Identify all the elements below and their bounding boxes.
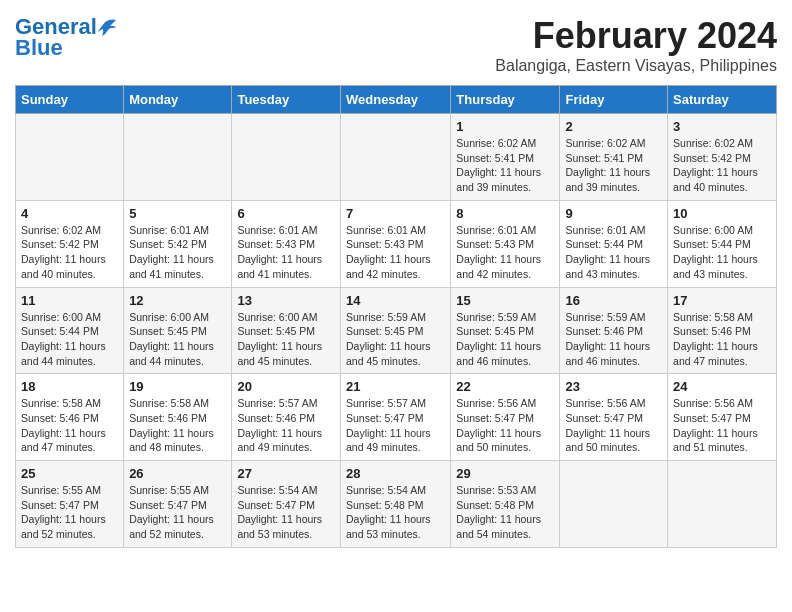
day-info: Sunrise: 5:59 AM Sunset: 5:46 PM Dayligh…: [565, 310, 662, 369]
calendar-week-3: 11Sunrise: 6:00 AM Sunset: 5:44 PM Dayli…: [16, 287, 777, 374]
day-number: 28: [346, 466, 445, 481]
calendar-cell: [668, 461, 777, 548]
day-info: Sunrise: 6:00 AM Sunset: 5:44 PM Dayligh…: [21, 310, 118, 369]
day-number: 11: [21, 293, 118, 308]
day-info: Sunrise: 6:02 AM Sunset: 5:42 PM Dayligh…: [673, 136, 771, 195]
day-info: Sunrise: 5:55 AM Sunset: 5:47 PM Dayligh…: [21, 483, 118, 542]
day-number: 1: [456, 119, 554, 134]
title-block: February 2024 Balangiga, Eastern Visayas…: [495, 15, 777, 75]
day-info: Sunrise: 6:00 AM Sunset: 5:45 PM Dayligh…: [129, 310, 226, 369]
calendar-cell: 11Sunrise: 6:00 AM Sunset: 5:44 PM Dayli…: [16, 287, 124, 374]
calendar-cell: 26Sunrise: 5:55 AM Sunset: 5:47 PM Dayli…: [124, 461, 232, 548]
calendar-header-row: SundayMondayTuesdayWednesdayThursdayFrid…: [16, 86, 777, 114]
calendar-cell: 29Sunrise: 5:53 AM Sunset: 5:48 PM Dayli…: [451, 461, 560, 548]
day-number: 24: [673, 379, 771, 394]
day-number: 13: [237, 293, 335, 308]
day-number: 6: [237, 206, 335, 221]
day-info: Sunrise: 6:02 AM Sunset: 5:42 PM Dayligh…: [21, 223, 118, 282]
calendar-cell: 25Sunrise: 5:55 AM Sunset: 5:47 PM Dayli…: [16, 461, 124, 548]
calendar-cell: [232, 114, 341, 201]
day-number: 23: [565, 379, 662, 394]
weekday-header-saturday: Saturday: [668, 86, 777, 114]
weekday-header-friday: Friday: [560, 86, 668, 114]
calendar-cell: 2Sunrise: 6:02 AM Sunset: 5:41 PM Daylig…: [560, 114, 668, 201]
day-number: 7: [346, 206, 445, 221]
calendar-cell: 13Sunrise: 6:00 AM Sunset: 5:45 PM Dayli…: [232, 287, 341, 374]
day-number: 15: [456, 293, 554, 308]
calendar-cell: 8Sunrise: 6:01 AM Sunset: 5:43 PM Daylig…: [451, 200, 560, 287]
calendar-cell: 4Sunrise: 6:02 AM Sunset: 5:42 PM Daylig…: [16, 200, 124, 287]
calendar-cell: 16Sunrise: 5:59 AM Sunset: 5:46 PM Dayli…: [560, 287, 668, 374]
calendar-cell: 23Sunrise: 5:56 AM Sunset: 5:47 PM Dayli…: [560, 374, 668, 461]
calendar-cell: [560, 461, 668, 548]
calendar-cell: 17Sunrise: 5:58 AM Sunset: 5:46 PM Dayli…: [668, 287, 777, 374]
page-title: February 2024: [495, 15, 777, 57]
day-info: Sunrise: 6:02 AM Sunset: 5:41 PM Dayligh…: [456, 136, 554, 195]
calendar-cell: [340, 114, 450, 201]
calendar-cell: 28Sunrise: 5:54 AM Sunset: 5:48 PM Dayli…: [340, 461, 450, 548]
calendar-cell: 3Sunrise: 6:02 AM Sunset: 5:42 PM Daylig…: [668, 114, 777, 201]
calendar-cell: [16, 114, 124, 201]
day-info: Sunrise: 6:01 AM Sunset: 5:44 PM Dayligh…: [565, 223, 662, 282]
day-number: 3: [673, 119, 771, 134]
day-number: 12: [129, 293, 226, 308]
calendar-cell: 5Sunrise: 6:01 AM Sunset: 5:42 PM Daylig…: [124, 200, 232, 287]
day-number: 9: [565, 206, 662, 221]
day-info: Sunrise: 5:53 AM Sunset: 5:48 PM Dayligh…: [456, 483, 554, 542]
calendar-cell: 18Sunrise: 5:58 AM Sunset: 5:46 PM Dayli…: [16, 374, 124, 461]
calendar-week-5: 25Sunrise: 5:55 AM Sunset: 5:47 PM Dayli…: [16, 461, 777, 548]
day-info: Sunrise: 6:00 AM Sunset: 5:44 PM Dayligh…: [673, 223, 771, 282]
day-info: Sunrise: 5:54 AM Sunset: 5:47 PM Dayligh…: [237, 483, 335, 542]
day-info: Sunrise: 5:59 AM Sunset: 5:45 PM Dayligh…: [456, 310, 554, 369]
day-number: 20: [237, 379, 335, 394]
day-number: 16: [565, 293, 662, 308]
calendar-cell: 19Sunrise: 5:58 AM Sunset: 5:46 PM Dayli…: [124, 374, 232, 461]
calendar-cell: 15Sunrise: 5:59 AM Sunset: 5:45 PM Dayli…: [451, 287, 560, 374]
day-info: Sunrise: 5:58 AM Sunset: 5:46 PM Dayligh…: [129, 396, 226, 455]
day-number: 19: [129, 379, 226, 394]
calendar-cell: 24Sunrise: 5:56 AM Sunset: 5:47 PM Dayli…: [668, 374, 777, 461]
day-info: Sunrise: 5:56 AM Sunset: 5:47 PM Dayligh…: [565, 396, 662, 455]
weekday-header-monday: Monday: [124, 86, 232, 114]
calendar-week-1: 1Sunrise: 6:02 AM Sunset: 5:41 PM Daylig…: [16, 114, 777, 201]
day-number: 10: [673, 206, 771, 221]
day-number: 29: [456, 466, 554, 481]
page-header: General Blue February 2024 Balangiga, Ea…: [15, 15, 777, 75]
day-number: 14: [346, 293, 445, 308]
day-info: Sunrise: 6:01 AM Sunset: 5:43 PM Dayligh…: [237, 223, 335, 282]
calendar-cell: 9Sunrise: 6:01 AM Sunset: 5:44 PM Daylig…: [560, 200, 668, 287]
day-number: 2: [565, 119, 662, 134]
calendar-cell: 7Sunrise: 6:01 AM Sunset: 5:43 PM Daylig…: [340, 200, 450, 287]
weekday-header-wednesday: Wednesday: [340, 86, 450, 114]
day-info: Sunrise: 6:01 AM Sunset: 5:43 PM Dayligh…: [346, 223, 445, 282]
day-info: Sunrise: 5:56 AM Sunset: 5:47 PM Dayligh…: [673, 396, 771, 455]
day-info: Sunrise: 5:57 AM Sunset: 5:46 PM Dayligh…: [237, 396, 335, 455]
weekday-header-sunday: Sunday: [16, 86, 124, 114]
day-number: 22: [456, 379, 554, 394]
day-info: Sunrise: 5:58 AM Sunset: 5:46 PM Dayligh…: [21, 396, 118, 455]
day-info: Sunrise: 5:55 AM Sunset: 5:47 PM Dayligh…: [129, 483, 226, 542]
day-info: Sunrise: 5:59 AM Sunset: 5:45 PM Dayligh…: [346, 310, 445, 369]
calendar-table: SundayMondayTuesdayWednesdayThursdayFrid…: [15, 85, 777, 548]
day-number: 27: [237, 466, 335, 481]
calendar-cell: 14Sunrise: 5:59 AM Sunset: 5:45 PM Dayli…: [340, 287, 450, 374]
day-number: 17: [673, 293, 771, 308]
weekday-header-tuesday: Tuesday: [232, 86, 341, 114]
logo: General Blue: [15, 15, 118, 61]
calendar-cell: 20Sunrise: 5:57 AM Sunset: 5:46 PM Dayli…: [232, 374, 341, 461]
day-info: Sunrise: 6:00 AM Sunset: 5:45 PM Dayligh…: [237, 310, 335, 369]
day-info: Sunrise: 6:01 AM Sunset: 5:43 PM Dayligh…: [456, 223, 554, 282]
calendar-cell: 27Sunrise: 5:54 AM Sunset: 5:47 PM Dayli…: [232, 461, 341, 548]
calendar-week-4: 18Sunrise: 5:58 AM Sunset: 5:46 PM Dayli…: [16, 374, 777, 461]
day-number: 18: [21, 379, 118, 394]
day-number: 5: [129, 206, 226, 221]
calendar-cell: 12Sunrise: 6:00 AM Sunset: 5:45 PM Dayli…: [124, 287, 232, 374]
calendar-cell: 21Sunrise: 5:57 AM Sunset: 5:47 PM Dayli…: [340, 374, 450, 461]
day-info: Sunrise: 6:02 AM Sunset: 5:41 PM Dayligh…: [565, 136, 662, 195]
day-info: Sunrise: 5:58 AM Sunset: 5:46 PM Dayligh…: [673, 310, 771, 369]
calendar-body: 1Sunrise: 6:02 AM Sunset: 5:41 PM Daylig…: [16, 114, 777, 548]
calendar-cell: 1Sunrise: 6:02 AM Sunset: 5:41 PM Daylig…: [451, 114, 560, 201]
calendar-cell: [124, 114, 232, 201]
calendar-cell: 10Sunrise: 6:00 AM Sunset: 5:44 PM Dayli…: [668, 200, 777, 287]
logo-bird-icon: [98, 16, 116, 38]
